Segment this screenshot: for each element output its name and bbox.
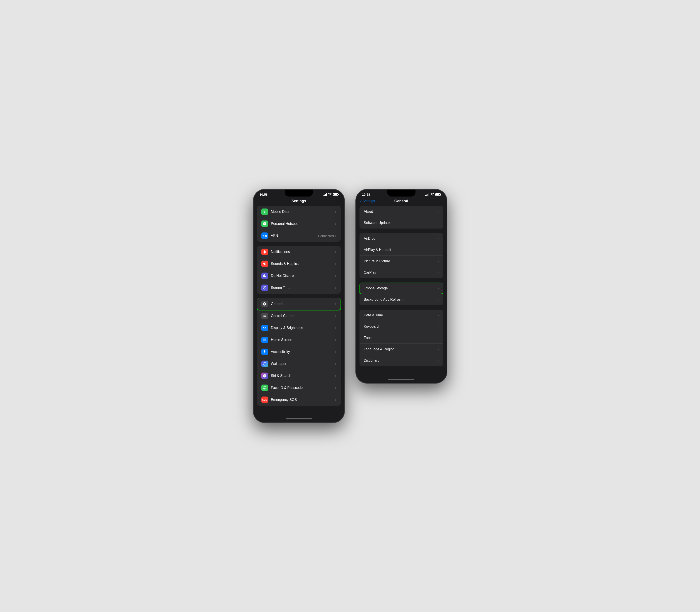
settings-item-date-time[interactable]: Date & Time › [359, 310, 443, 321]
language-region-chevron: › [438, 347, 439, 351]
accessibility-chevron: › [335, 350, 336, 354]
notifications-label: Notifications [271, 250, 335, 254]
screen-time-label: Screen Time [271, 286, 335, 290]
software-update-label: Software Update [364, 221, 438, 225]
language-region-label: Language & Region [364, 347, 438, 351]
settings-item-home-screen[interactable]: Home Screen › [257, 334, 341, 346]
settings-item-control-centre[interactable]: Control Centre › [257, 310, 341, 322]
phone2-frame: 10:58 [356, 189, 447, 384]
settings-item-general[interactable]: General › [257, 298, 341, 310]
phone1-group-alerts: Notifications › Sounds & Haptics › [257, 246, 341, 294]
pip-label: Picture in Picture [364, 259, 438, 263]
settings-item-language-region[interactable]: Language & Region › [359, 344, 443, 355]
settings-item-dnd[interactable]: Do Not Disturb › [257, 270, 341, 282]
home-screen-icon [261, 337, 268, 343]
airplay-handoff-chevron: › [438, 248, 439, 252]
emergency-sos-icon: SOS [261, 397, 268, 403]
siri-icon [261, 373, 268, 379]
wallpaper-label: Wallpaper [271, 362, 335, 366]
mobile-data-label: Mobile Data [271, 210, 335, 214]
phone2-time: 10:58 [362, 193, 370, 196]
notifications-icon [261, 249, 268, 255]
settings-item-emergency-sos[interactable]: SOS Emergency SOS › [257, 394, 341, 406]
fonts-label: Fonts [364, 336, 438, 340]
settings-item-carplay[interactable]: CarPlay › [359, 267, 443, 278]
control-centre-chevron: › [335, 314, 336, 318]
back-button[interactable]: ‹ Settings [360, 199, 375, 204]
display-label: Display & Brightness [271, 326, 335, 330]
airdrop-chevron: › [438, 237, 439, 240]
fonts-chevron: › [438, 336, 439, 340]
settings-item-accessibility[interactable]: Accessibility › [257, 346, 341, 358]
phone1-battery-icon [333, 193, 338, 196]
settings-item-siri[interactable]: Siri & Search › [257, 370, 341, 382]
settings-item-mobile-data[interactable]: Mobile Data › [257, 206, 341, 218]
phone2-screen: 10:58 [356, 190, 447, 383]
dnd-chevron: › [335, 274, 336, 278]
sounds-chevron: › [335, 262, 336, 266]
settings-item-about[interactable]: About › [359, 206, 443, 217]
settings-item-keyboard[interactable]: Keyboard › [359, 321, 443, 332]
general-icon [261, 301, 268, 307]
settings-item-airdrop[interactable]: AirDrop › [359, 233, 443, 244]
settings-item-fonts[interactable]: Fonts › [359, 332, 443, 344]
background-refresh-label: Background App Refresh [364, 297, 438, 302]
phone1-group-connectivity: Mobile Data › Personal Hotspot › VPN [257, 206, 341, 241]
settings-item-wallpaper[interactable]: Wallpaper › [257, 358, 341, 370]
settings-item-dictionary[interactable]: Dictionary › [359, 355, 443, 366]
phone1-status-icons [323, 193, 338, 196]
background-refresh-chevron: › [438, 297, 439, 302]
emergency-sos-label: Emergency SOS [271, 398, 335, 402]
wallpaper-icon [261, 361, 268, 367]
settings-item-faceid[interactable]: Face ID & Passcode › [257, 382, 341, 394]
settings-item-background-refresh[interactable]: Background App Refresh › [359, 294, 443, 305]
phone2-signal-icon [425, 193, 429, 196]
wallpaper-chevron: › [335, 362, 336, 366]
mobile-data-icon [261, 209, 268, 215]
settings-item-notifications[interactable]: Notifications › [257, 246, 341, 258]
date-time-label: Date & Time [364, 313, 438, 317]
vpn-icon: VPN [261, 233, 268, 239]
dictionary-chevron: › [438, 359, 439, 363]
settings-item-vpn[interactable]: VPN VPN Connected › [257, 230, 341, 241]
carplay-chevron: › [438, 270, 439, 275]
keyboard-label: Keyboard [364, 325, 438, 329]
control-centre-icon [261, 312, 268, 319]
sounds-label: Sounds & Haptics [271, 262, 335, 266]
siri-chevron: › [335, 374, 336, 378]
phone2-notch [387, 190, 415, 196]
settings-item-pip[interactable]: Picture in Picture › [359, 255, 443, 267]
phone2-battery-icon [435, 193, 441, 196]
display-icon: AA [261, 325, 268, 331]
keyboard-chevron: › [438, 325, 439, 329]
settings-item-sounds[interactable]: Sounds & Haptics › [257, 258, 341, 270]
display-chevron: › [335, 326, 336, 330]
settings-item-personal-hotspot[interactable]: Personal Hotspot › [257, 218, 341, 230]
phone2-group-storage: iPhone Storage › Background App Refresh … [359, 282, 443, 305]
back-label: Settings [362, 199, 375, 203]
vpn-chevron: › [335, 234, 336, 238]
settings-item-display[interactable]: AA Display & Brightness › [257, 322, 341, 334]
phones-container: 10:58 [253, 189, 447, 423]
dictionary-label: Dictionary [364, 359, 438, 363]
settings-item-iphone-storage[interactable]: iPhone Storage › [359, 282, 443, 294]
notifications-chevron: › [335, 250, 336, 254]
about-chevron: › [438, 210, 439, 213]
settings-item-software-update[interactable]: Software Update › [359, 217, 443, 228]
settings-item-screen-time[interactable]: Screen Time › [257, 282, 341, 294]
vpn-label: VPN [271, 234, 318, 238]
phone2-settings-content[interactable]: About › Software Update › AirDrop [356, 206, 447, 377]
vpn-value: Connected [318, 234, 334, 238]
personal-hotspot-icon [261, 221, 268, 227]
sounds-icon [261, 261, 268, 267]
phone2-home-indicator [356, 377, 447, 383]
phone1-wrapper: 10:58 [253, 189, 345, 423]
phone1-settings-content[interactable]: Mobile Data › Personal Hotspot › VPN [253, 206, 344, 417]
settings-item-airplay-handoff[interactable]: AirPlay & Handoff › [359, 244, 443, 255]
phone1-wifi-icon [328, 193, 332, 196]
airdrop-label: AirDrop [364, 237, 438, 240]
faceid-label: Face ID & Passcode [271, 386, 335, 390]
accessibility-icon [261, 349, 268, 355]
general-label: General [271, 302, 335, 306]
airplay-handoff-label: AirPlay & Handoff [364, 248, 438, 252]
